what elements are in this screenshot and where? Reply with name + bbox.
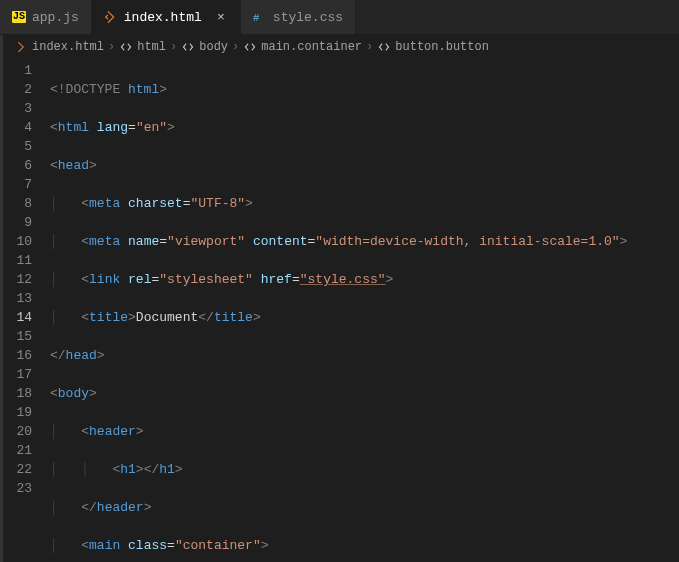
- editor-tabs: JS app.js index.html × # style.css: [0, 0, 679, 35]
- tab-label: app.js: [32, 10, 79, 25]
- breadcrumb-file[interactable]: index.html: [14, 40, 104, 54]
- breadcrumb-button[interactable]: button.button: [377, 40, 489, 54]
- code-line[interactable]: <head>: [50, 156, 679, 175]
- html-icon: [104, 10, 118, 24]
- code-line[interactable]: │ </header>: [50, 498, 679, 517]
- chevron-right-icon: ›: [232, 40, 239, 54]
- breadcrumb-label: button.button: [395, 40, 489, 54]
- tab-index-html[interactable]: index.html ×: [92, 0, 241, 34]
- tab-label: index.html: [124, 10, 202, 25]
- breadcrumb-label: html: [137, 40, 166, 54]
- code-line[interactable]: </head>: [50, 346, 679, 365]
- code-line[interactable]: │ <meta charset="UTF-8">: [50, 194, 679, 213]
- html-icon: [14, 40, 28, 54]
- breadcrumb-label: index.html: [32, 40, 104, 54]
- code-line[interactable]: │ <meta name="viewport" content="width=d…: [50, 232, 679, 251]
- code-line[interactable]: │ <link rel="stylesheet" href="style.css…: [50, 270, 679, 289]
- code-tag-icon: [119, 40, 133, 54]
- tab-style-css[interactable]: # style.css: [241, 0, 356, 34]
- chevron-right-icon: ›: [170, 40, 177, 54]
- js-icon: JS: [12, 10, 26, 24]
- chevron-right-icon: ›: [108, 40, 115, 54]
- activity-bar-edge: [0, 35, 3, 562]
- code-line[interactable]: │ <header>: [50, 422, 679, 441]
- code-editor[interactable]: 1234567891011121314151617181920212223 <!…: [0, 59, 679, 562]
- code-line[interactable]: <html lang="en">: [50, 118, 679, 137]
- chevron-right-icon: ›: [366, 40, 373, 54]
- breadcrumb-main[interactable]: main.container: [243, 40, 362, 54]
- code-tag-icon: [377, 40, 391, 54]
- code-tag-icon: [243, 40, 257, 54]
- breadcrumb-label: body: [199, 40, 228, 54]
- breadcrumb-body[interactable]: body: [181, 40, 228, 54]
- code-line[interactable]: <body>: [50, 384, 679, 403]
- code-line[interactable]: │ │ <h1></h1>: [50, 460, 679, 479]
- code-content[interactable]: <!DOCTYPE html> <html lang="en"> <head> …: [50, 61, 679, 562]
- svg-text:#: #: [253, 12, 259, 24]
- line-gutter: 1234567891011121314151617181920212223: [0, 61, 50, 562]
- code-line[interactable]: │ <main class="container">: [50, 536, 679, 555]
- breadcrumb-label: main.container: [261, 40, 362, 54]
- breadcrumb-html[interactable]: html: [119, 40, 166, 54]
- code-line[interactable]: <!DOCTYPE html>: [50, 80, 679, 99]
- css-icon: #: [253, 10, 267, 24]
- close-icon[interactable]: ×: [214, 10, 228, 25]
- tab-app-js[interactable]: JS app.js: [0, 0, 92, 34]
- code-line[interactable]: │ <title>Document</title>: [50, 308, 679, 327]
- breadcrumbs: index.html › html › body › main.containe…: [0, 35, 679, 59]
- code-tag-icon: [181, 40, 195, 54]
- tab-label: style.css: [273, 10, 343, 25]
